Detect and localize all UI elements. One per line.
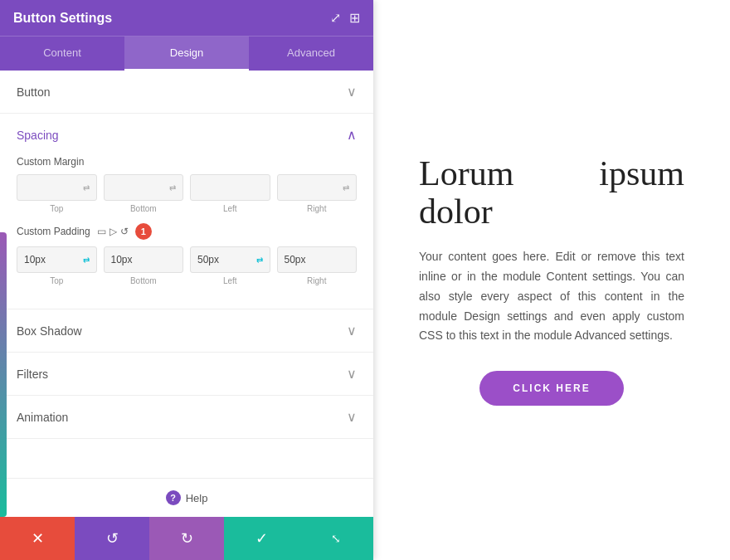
preview-button[interactable]: CLICK HERE (479, 371, 623, 406)
margin-field-labels: Top Bottom Left Right (17, 204, 357, 213)
spacing-chevron-icon: ∧ (347, 127, 357, 143)
expand-icon[interactable]: ⤢ (330, 10, 341, 26)
padding-label: Custom Padding (17, 226, 90, 237)
panel-content: Button ∨ Spacing ∧ Custom Margin ⇄ (0, 71, 373, 478)
grid-icon[interactable]: ⊞ (349, 10, 360, 26)
decorative-strip (0, 232, 7, 517)
step-badge: 1 (135, 223, 152, 240)
redo-icon: ↻ (181, 529, 193, 548)
padding-left-label: Left (190, 276, 270, 285)
save-icon: ✓ (256, 529, 268, 548)
tab-content[interactable]: Content (0, 37, 124, 71)
padding-bottom-label: Bottom (104, 276, 184, 285)
header-icons: ⤢ ⊞ (330, 10, 360, 26)
margin-top-link-icon: ⇄ (83, 183, 90, 192)
padding-right-label: Right (277, 276, 358, 285)
padding-cursor-icon[interactable]: ▷ (110, 226, 117, 237)
padding-bottom-value: 10px (111, 254, 133, 265)
preview-panel: Lorum ipsum dolor Your content goes here… (373, 0, 730, 560)
panel-tabs: Content Design Advanced (0, 36, 373, 71)
filters-header[interactable]: Filters ∨ (0, 353, 373, 395)
animation-chevron-icon: ∨ (347, 409, 357, 425)
button-section-header[interactable]: Button ∨ (0, 71, 373, 113)
padding-fields: 10px ⇄ 10px 50px ⇄ 50px (17, 246, 357, 273)
spacing-content: Custom Margin ⇄ ⇄ ⇄ (0, 156, 373, 309)
margin-left-field[interactable] (190, 174, 270, 201)
padding-left-link-icon: ⇄ (256, 256, 263, 265)
action-bar: ✕ ↺ ↻ ✓ ⤡ (0, 517, 373, 560)
box-shadow-chevron-icon: ∨ (347, 323, 357, 338)
tab-advanced[interactable]: Advanced (249, 37, 373, 71)
preview-body: Your content goes here. Edit or remove t… (419, 247, 684, 346)
padding-top-value: 10px (24, 254, 46, 265)
animation-header[interactable]: Animation ∨ (0, 396, 373, 438)
box-shadow-header[interactable]: Box Shadow ∨ (0, 309, 373, 352)
cancel-icon: ✕ (32, 529, 44, 548)
animation-title: Animation (17, 411, 68, 424)
padding-right-field[interactable]: 50px (277, 246, 358, 273)
filters-section: Filters ∨ (0, 353, 373, 396)
preview-title: Lorum ipsum dolor (419, 154, 684, 231)
undo-icon: ↺ (106, 529, 119, 548)
margin-bottom-link-icon: ⇄ (169, 183, 176, 192)
tab-design[interactable]: Design (124, 37, 249, 71)
spacing-section: Spacing ∧ Custom Margin ⇄ ⇄ (0, 114, 373, 309)
padding-desktop-icon[interactable]: ▭ (97, 226, 106, 237)
filters-title: Filters (17, 368, 48, 381)
panel-header: Button Settings ⤢ ⊞ (0, 0, 373, 36)
help-text[interactable]: Help (186, 492, 208, 504)
button-chevron-icon: ∨ (347, 84, 357, 100)
resize-button[interactable]: ⤡ (299, 517, 373, 560)
margin-left-label: Left (190, 204, 270, 213)
padding-left-field[interactable]: 50px ⇄ (190, 246, 270, 273)
margin-right-field[interactable]: ⇄ (277, 174, 358, 201)
padding-left-value: 50px (197, 254, 219, 265)
box-shadow-title: Box Shadow (17, 324, 82, 338)
button-section: Button ∨ (0, 71, 373, 114)
margin-fields: ⇄ ⇄ ⇄ (17, 174, 357, 201)
undo-button[interactable]: ↺ (75, 517, 149, 560)
padding-top-link-icon: ⇄ (83, 256, 90, 265)
resize-icon: ⤡ (331, 532, 341, 545)
margin-bottom-label: Bottom (104, 204, 184, 213)
padding-top-label: Top (17, 276, 97, 285)
redo-button[interactable]: ↻ (149, 517, 224, 560)
preview-content: Lorum ipsum dolor Your content goes here… (419, 154, 684, 406)
filters-chevron-icon: ∨ (347, 366, 357, 382)
padding-bottom-field[interactable]: 10px (104, 246, 184, 273)
save-button[interactable]: ✓ (224, 517, 299, 560)
margin-top-field[interactable]: ⇄ (17, 174, 97, 201)
spacing-section-header[interactable]: Spacing ∧ (0, 114, 373, 156)
padding-reset-icon[interactable]: ↺ (120, 226, 129, 237)
margin-right-link-icon: ⇄ (343, 183, 349, 192)
panel-footer: ? Help (0, 478, 373, 517)
margin-label: Custom Margin (17, 156, 357, 168)
spacing-section-title: Spacing (17, 129, 59, 142)
cancel-button[interactable]: ✕ (0, 517, 75, 560)
padding-field-labels: Top Bottom Left Right (17, 276, 357, 285)
padding-header: Custom Padding ▭ ▷ ↺ 1 (17, 223, 357, 240)
margin-top-label: Top (17, 204, 97, 213)
padding-top-field[interactable]: 10px ⇄ (17, 246, 97, 273)
margin-right-label: Right (277, 204, 358, 213)
margin-bottom-field[interactable]: ⇄ (104, 174, 184, 201)
button-section-title: Button (17, 85, 50, 99)
animation-section: Animation ∨ (0, 396, 373, 439)
panel-title: Button Settings (13, 11, 112, 26)
settings-panel: Button Settings ⤢ ⊞ Content Design Advan… (0, 0, 373, 560)
padding-icons: ▭ ▷ ↺ (97, 226, 129, 237)
padding-right-value: 50px (285, 254, 306, 265)
box-shadow-section: Box Shadow ∨ (0, 309, 373, 353)
help-icon: ? (166, 490, 181, 505)
